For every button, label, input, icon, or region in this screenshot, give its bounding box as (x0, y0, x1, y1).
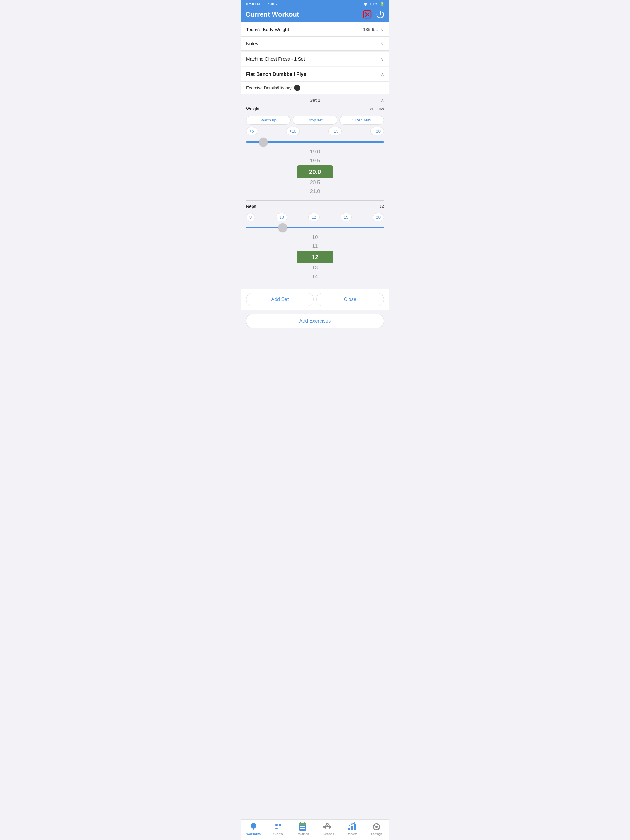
notes-chevron: ∨ (381, 41, 384, 46)
reps-label: Reps (246, 204, 256, 209)
collapsed-exercise-row[interactable]: Machine Chest Press - 1 Set ∨ (241, 52, 389, 66)
reps-12-button[interactable]: 12 (308, 213, 319, 221)
svg-rect-17 (330, 826, 331, 828)
add-exercises-button[interactable]: Add Exercises (246, 314, 384, 328)
workouts-nav-label: Workouts (246, 832, 261, 836)
weight-top-row: Weight 20.0 lbs (246, 106, 384, 113)
nav-exercises[interactable]: Exercises (318, 822, 337, 836)
weight-type-buttons: Warm up Drop set 1 Rep Max (246, 115, 384, 125)
svg-point-31 (375, 826, 378, 828)
set-collapse-icon[interactable]: ∧ (381, 98, 384, 103)
reports-nav-icon (347, 822, 356, 831)
reports-nav-label: Reports (347, 832, 357, 836)
wifi-icon (363, 2, 368, 6)
svg-rect-16 (323, 826, 325, 828)
weight-plus20-button[interactable]: +20 (370, 127, 384, 135)
nav-routines[interactable]: Routines (293, 822, 312, 836)
settings-nav-label: Settings (371, 832, 382, 836)
weight-option-4: 20.5 (246, 178, 384, 187)
svg-point-21 (326, 823, 328, 825)
battery-level: 100% (370, 2, 378, 6)
workouts-nav-icon (249, 822, 258, 831)
collapsed-exercise-chevron: ∨ (381, 57, 384, 62)
header-actions (363, 10, 385, 19)
reps-picker[interactable]: 10 11 12 13 14 (246, 233, 384, 282)
one-rep-max-button[interactable]: 1 Rep Max (339, 115, 384, 125)
routines-nav-icon (298, 822, 307, 831)
reps-option-2: 11 (246, 242, 384, 251)
routines-nav-label: Routines (296, 832, 309, 836)
status-bar: 10:50 PM Tue Jul 2 100% 🔋 (241, 0, 389, 8)
reps-quick-pick-buttons: 8 10 12 15 20 (246, 213, 384, 221)
reps-option-4: 13 (246, 264, 384, 272)
nav-settings[interactable]: Settings (367, 822, 386, 836)
reps-slider[interactable] (246, 227, 384, 228)
header: Current Workout (241, 8, 389, 22)
expanded-exercise-header[interactable]: Flat Bench Dumbbell Flys ∧ (241, 67, 389, 82)
reps-10-button[interactable]: 10 (276, 213, 287, 221)
expanded-exercise-section: Flat Bench Dumbbell Flys ∧ Exercise Deta… (241, 67, 389, 310)
weight-option-selected: 20.0 (296, 166, 334, 178)
svg-rect-24 (351, 826, 353, 831)
close-button[interactable]: Close (316, 293, 384, 306)
reps-8-button[interactable]: 8 (246, 213, 255, 221)
reps-value: 12 (380, 204, 384, 208)
set-header: Set 1 ∧ (246, 98, 384, 103)
reps-section: Reps 12 8 10 12 15 20 10 (246, 204, 384, 282)
add-exercises-container: Add Exercises (241, 310, 389, 332)
close-x-icon[interactable] (363, 10, 372, 19)
svg-rect-25 (354, 824, 356, 831)
battery-icon: 🔋 (380, 2, 385, 6)
section-divider (246, 201, 384, 201)
reps-15-button[interactable]: 15 (340, 213, 351, 221)
notes-row[interactable]: Notes ∨ (241, 36, 389, 51)
body-weight-label: Today's Body Weight (246, 27, 289, 32)
body-weight-value: 135 lbs (363, 27, 378, 32)
power-icon[interactable] (376, 10, 385, 19)
status-date: Tue Jul 2 (264, 2, 277, 6)
set-section: Set 1 ∧ Weight 20.0 lbs Warm up Drop set… (241, 95, 389, 289)
body-weight-chevron: ∨ (381, 27, 384, 32)
weight-slider[interactable] (246, 141, 384, 143)
weight-label: Weight (246, 106, 259, 111)
weight-section: Weight 20.0 lbs Warm up Drop set 1 Rep M… (246, 106, 384, 196)
weight-slider-container (246, 138, 384, 144)
weight-plus15-button[interactable]: +15 (328, 127, 342, 135)
exercises-nav-icon (323, 822, 332, 831)
collapsed-exercise-label: Machine Chest Press - 1 Set (246, 56, 305, 62)
weight-value: 20.0 lbs (370, 107, 384, 111)
drop-set-button[interactable]: Drop set (293, 115, 337, 125)
settings-nav-icon (372, 822, 381, 831)
set-title: Set 1 (292, 98, 338, 103)
weight-plus5-button[interactable]: +5 (246, 127, 258, 135)
nav-workouts[interactable]: Workouts (244, 822, 263, 836)
exercise-details-label: Exercise Details/History (246, 85, 291, 90)
weight-option-2: 19.5 (246, 156, 384, 166)
status-right: 100% 🔋 (363, 2, 385, 6)
nav-clients[interactable]: Clients (269, 822, 287, 836)
exercise-details-row[interactable]: Exercise Details/History i (241, 82, 389, 95)
notes-label: Notes (246, 41, 258, 46)
reps-slider-container (246, 224, 384, 229)
reps-20-button[interactable]: 20 (373, 213, 384, 221)
svg-rect-23 (348, 828, 350, 831)
weight-picker[interactable]: 19.0 19.5 20.0 20.5 21.0 (246, 148, 384, 196)
body-weight-row[interactable]: Today's Body Weight 135 lbs ∨ (241, 22, 389, 36)
status-time: 10:50 PM (245, 2, 260, 6)
reps-option-selected: 12 (296, 251, 334, 264)
reps-option-1: 10 (246, 233, 384, 242)
weight-option-5: 21.0 (246, 187, 384, 196)
weight-option-1: 19.0 (246, 148, 384, 156)
clients-nav-icon (274, 822, 283, 831)
status-time-date: 10:50 PM Tue Jul 2 (245, 2, 277, 6)
warm-up-button[interactable]: Warm up (246, 115, 291, 125)
nav-reports[interactable]: Reports (343, 822, 361, 836)
bottom-nav: Workouts Clients Routines (241, 819, 389, 840)
weight-plus10-button[interactable]: +10 (286, 127, 300, 135)
page-title: Current Workout (245, 11, 299, 19)
info-icon[interactable]: i (294, 85, 300, 91)
svg-rect-18 (325, 825, 326, 829)
reps-option-5: 14 (246, 272, 384, 281)
exercises-nav-label: Exercises (321, 832, 334, 836)
add-set-button[interactable]: Add Set (246, 293, 314, 306)
